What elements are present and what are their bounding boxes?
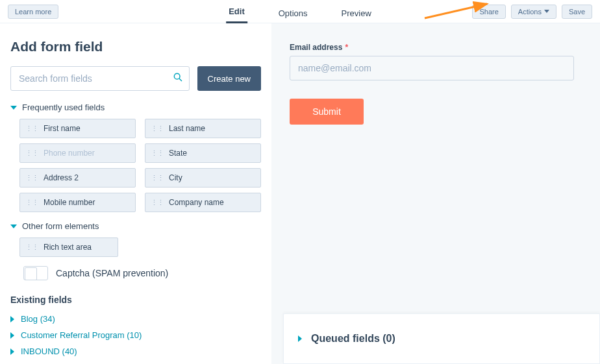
top-bar: Learn more Edit Options Preview Share Ac… bbox=[0, 0, 600, 23]
tab-edit[interactable]: Edit bbox=[226, 6, 247, 23]
freq-section-title: Frequently used fields bbox=[22, 103, 105, 112]
grip-icon: ⋮⋮ bbox=[25, 127, 38, 130]
grip-icon: ⋮⋮ bbox=[151, 152, 164, 154]
share-button[interactable]: Share bbox=[472, 5, 505, 19]
required-asterisk: * bbox=[345, 43, 348, 52]
grip-icon: ⋮⋮ bbox=[25, 176, 38, 179]
queued-title: Queued fields (0) bbox=[311, 333, 395, 345]
grip-icon: ⋮⋮ bbox=[151, 127, 164, 130]
existing-blog[interactable]: Blog (34) bbox=[10, 314, 261, 324]
field-last-name[interactable]: ⋮⋮Last name bbox=[145, 119, 261, 138]
submit-button[interactable]: Submit bbox=[290, 99, 364, 125]
chevron-right-icon bbox=[10, 316, 14, 322]
field-label: Company name bbox=[169, 198, 224, 207]
other-section-toggle[interactable]: Other form elements bbox=[10, 221, 261, 231]
existing-label: Customer Referral Program (10) bbox=[21, 330, 142, 340]
chevron-right-icon bbox=[10, 348, 14, 355]
right-panel: Email address * Submit Queued fields (0) bbox=[271, 23, 600, 364]
search-icon bbox=[173, 72, 183, 85]
top-right-buttons: Share Actions Save bbox=[472, 5, 592, 19]
existing-inbound[interactable]: INBOUND (40) bbox=[10, 346, 261, 356]
actions-label: Actions bbox=[518, 8, 542, 16]
field-label: Phone number bbox=[44, 149, 95, 158]
field-city[interactable]: ⋮⋮City bbox=[145, 168, 261, 188]
grip-icon: ⋮⋮ bbox=[25, 201, 38, 204]
field-label: Mobile number bbox=[44, 198, 95, 207]
tab-preview[interactable]: Preview bbox=[339, 8, 374, 23]
existing-fields-title: Existing fields bbox=[10, 295, 261, 305]
chevron-right-icon bbox=[298, 335, 302, 342]
field-mobile-number[interactable]: ⋮⋮Mobile number bbox=[19, 193, 136, 212]
chevron-down-icon bbox=[10, 224, 17, 228]
email-label-text: Email address bbox=[290, 43, 342, 52]
tabs: Edit Options Preview bbox=[226, 0, 374, 23]
email-input[interactable] bbox=[290, 56, 574, 80]
svg-line-1 bbox=[179, 79, 182, 81]
field-address-2[interactable]: ⋮⋮Address 2 bbox=[19, 168, 136, 188]
field-rich-text-area[interactable]: ⋮⋮Rich text area bbox=[19, 237, 118, 257]
freq-section-toggle[interactable]: Frequently used fields bbox=[10, 103, 261, 112]
search-wrap bbox=[10, 66, 190, 91]
field-state[interactable]: ⋮⋮State bbox=[145, 143, 261, 163]
panel-title: Add form field bbox=[10, 39, 261, 55]
chevron-down-icon bbox=[10, 106, 17, 110]
other-section-title: Other form elements bbox=[22, 221, 99, 231]
learn-more-button[interactable]: Learn more bbox=[8, 5, 58, 19]
field-first-name[interactable]: ⋮⋮First name bbox=[19, 119, 136, 138]
field-company-name[interactable]: ⋮⋮Company name bbox=[145, 193, 261, 212]
field-label: Rich text area bbox=[44, 243, 92, 252]
grip-icon: ⋮⋮ bbox=[151, 176, 164, 179]
field-label: State bbox=[169, 149, 187, 158]
actions-button[interactable]: Actions bbox=[511, 5, 556, 19]
main: Add form field Create new Frequently use… bbox=[0, 23, 600, 364]
search-input[interactable] bbox=[10, 66, 190, 91]
field-phone-number[interactable]: ⋮⋮Phone number bbox=[19, 143, 136, 163]
grip-icon: ⋮⋮ bbox=[151, 201, 164, 204]
tab-options[interactable]: Options bbox=[276, 8, 310, 23]
svg-point-0 bbox=[174, 73, 180, 79]
existing-label: INBOUND (40) bbox=[21, 346, 77, 356]
field-label: Last name bbox=[169, 124, 205, 133]
existing-label: Blog (34) bbox=[21, 314, 55, 324]
field-label: City bbox=[169, 173, 182, 182]
chevron-right-icon bbox=[10, 332, 14, 339]
left-panel: Add form field Create new Frequently use… bbox=[0, 23, 271, 364]
caret-down-icon bbox=[544, 10, 549, 13]
existing-crp[interactable]: Customer Referral Program (10) bbox=[10, 330, 261, 340]
field-label: Address 2 bbox=[44, 173, 79, 182]
email-label: Email address * bbox=[290, 43, 574, 52]
queued-fields-card[interactable]: Queued fields (0) bbox=[283, 313, 600, 364]
captcha-toggle[interactable] bbox=[23, 266, 48, 280]
create-new-button[interactable]: Create new bbox=[197, 66, 261, 91]
save-button[interactable]: Save bbox=[562, 5, 592, 19]
captcha-label: Captcha (SPAM prevention) bbox=[56, 268, 168, 278]
form-preview: Email address * Submit bbox=[271, 23, 600, 125]
grip-icon: ⋮⋮ bbox=[25, 246, 38, 249]
grip-icon: ⋮⋮ bbox=[25, 152, 38, 154]
field-label: First name bbox=[44, 124, 81, 133]
